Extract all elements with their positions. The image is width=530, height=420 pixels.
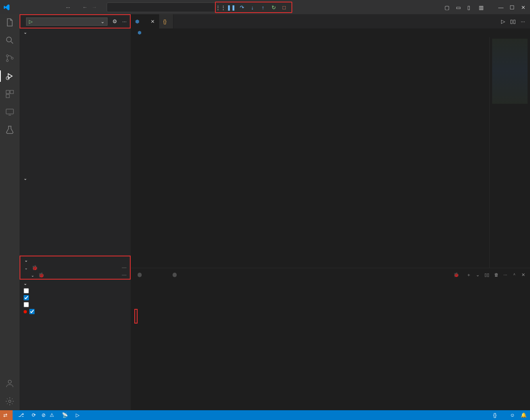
layout-icon[interactable]: ▢ [445,4,450,10]
editor-body[interactable] [131,37,530,268]
menu-go[interactable] [46,6,53,9]
customize-icon[interactable]: ▥ [479,4,484,10]
restart-icon[interactable]: ↻ [269,3,278,11]
status-language[interactable]: {} [493,412,499,418]
svg-point-9 [8,380,11,383]
debug-config-dropdown[interactable]: ▷ ⌄ [26,18,107,26]
bp-raised[interactable] [20,287,131,294]
chevron-down-icon[interactable]: ⌄ [476,272,480,278]
terminal[interactable] [131,281,530,410]
step-out-icon[interactable]: ↑ [259,3,267,11]
gear-icon[interactable] [5,396,15,406]
maximize-icon[interactable]: ☐ [510,4,515,10]
remote-icon: ⇄ [3,412,7,418]
checkbox[interactable] [29,309,35,314]
nav-forward-icon[interactable]: → [92,4,97,10]
close-panel-icon[interactable]: ✕ [521,272,525,278]
search-icon[interactable] [5,35,15,45]
svg-point-10 [9,400,11,402]
menu-more[interactable]: ··· [63,3,73,12]
drag-handle-icon[interactable]: ⋮⋮ [217,3,225,11]
accounts-icon[interactable] [5,378,15,388]
bottom-panel: 🐞 ＋ ⌄ ▯▯ 🗑 ··· ＾ ✕ [131,268,530,410]
more-icon[interactable]: ··· [122,18,127,24]
panel-tabs: 🐞 ＋ ⌄ ▯▯ 🗑 ··· ＾ ✕ [131,268,530,281]
terminal-profile[interactable]: 🐞 [453,272,462,278]
bell-icon[interactable]: 🔔 [521,412,527,418]
chevron-down-icon: ⌄ [24,176,27,181]
variables-section[interactable]: ⌄ [20,28,131,36]
watch-section[interactable]: ⌄ [20,175,131,182]
remote-explorer-icon[interactable] [5,107,15,117]
scm-icon[interactable] [5,53,15,63]
menu-selection[interactable] [30,6,37,9]
more-icon[interactable]: ··· [521,18,525,24]
maximize-panel-icon[interactable]: ＾ [512,272,517,278]
svg-point-0 [7,37,11,42]
split-terminal-icon[interactable]: ▯▯ [484,272,489,278]
bp-user-uncaught[interactable] [20,301,131,308]
brace-icon: {} [493,412,497,418]
run-icon[interactable]: ▷ [501,18,505,24]
run-and-debug-header: ▷ ⌄ ⚙ ··· [20,14,131,28]
trash-icon[interactable]: 🗑 [494,272,499,277]
callstack-subprocess[interactable]: ⌄ 🐞 [20,271,130,279]
bp-file[interactable] [20,308,131,315]
menu-run[interactable] [55,6,61,9]
status-debug[interactable]: ▷ [76,412,81,418]
feedback-icon[interactable]: ☺ [510,412,515,418]
debug-icon: ▷ [76,412,79,418]
svg-point-2 [7,60,9,62]
tab-ports[interactable] [171,270,177,280]
status-ports[interactable]: 📡 [62,412,70,418]
tab-problems[interactable] [136,270,142,280]
status-remote[interactable]: ⇄ [0,410,13,420]
minimap[interactable] [489,37,530,268]
status-problems[interactable]: ⊘⚠ [42,412,56,418]
debug-icon[interactable] [5,71,15,81]
nav-back-icon[interactable]: ← [82,4,88,10]
minimize-icon[interactable]: — [498,4,504,10]
menu-edit[interactable] [22,6,28,9]
terminal-highlight-box [134,309,138,324]
testing-icon[interactable] [5,125,15,135]
title-bar: ··· ← → ⋮⋮ ❚❚ ↷ ↓ ↑ ↻ □ ▢ ▭ ▯ ▥ — ☐ ✕ [0,0,530,14]
line-gutter[interactable] [131,37,155,268]
explorer-icon[interactable] [5,18,15,27]
checkbox[interactable] [24,295,29,300]
bp-uncaught[interactable] [20,294,131,301]
debug-settings-icon[interactable]: ⚙ [112,18,117,24]
debug-toolbar: ⋮⋮ ❚❚ ↷ ↓ ↑ ↻ □ [215,2,292,13]
menu-view[interactable] [38,6,45,9]
code-editor[interactable] [155,37,489,268]
ports-badge [173,273,177,277]
extensions-icon[interactable] [5,89,15,99]
step-into-icon[interactable]: ↓ [248,3,256,11]
more-icon[interactable]: ··· [504,272,507,277]
breakpoints-section[interactable]: ⌄ [20,280,131,287]
callstack-root[interactable]: ⌄ 🐞 [20,264,130,271]
status-sync[interactable]: ⟳ [32,412,36,418]
pause-icon[interactable]: ❚❚ [227,3,235,11]
status-branch[interactable]: ⎇ [18,412,26,418]
close-icon[interactable]: ✕ [151,19,155,24]
editor-tabs: ⬢ ✕ {} ▷ ▯▯ ··· [131,14,530,28]
menu-file[interactable] [14,6,20,9]
tab-main-py[interactable]: ⬢ ✕ [131,14,159,28]
checkbox[interactable] [24,288,29,293]
activity-bar [0,14,20,410]
tab-launch-json[interactable]: {} [159,14,173,28]
step-over-icon[interactable]: ↷ [238,3,246,11]
breadcrumb[interactable]: ⬢ [131,28,530,37]
sidebar-right-icon[interactable]: ▯ [467,4,473,10]
close-icon[interactable]: ✕ [521,4,527,10]
stop-icon[interactable]: □ [280,3,288,11]
checkbox[interactable] [24,302,29,307]
add-terminal-icon[interactable]: ＋ [466,272,471,278]
panel-icon[interactable]: ▭ [456,4,462,10]
split-icon[interactable]: ▯▯ [510,18,516,24]
callstack-header[interactable]: ⌄ [20,256,130,264]
bug-icon: 🐞 [32,265,38,271]
command-center[interactable] [107,2,225,12]
bug-icon: 🐞 [38,272,44,278]
